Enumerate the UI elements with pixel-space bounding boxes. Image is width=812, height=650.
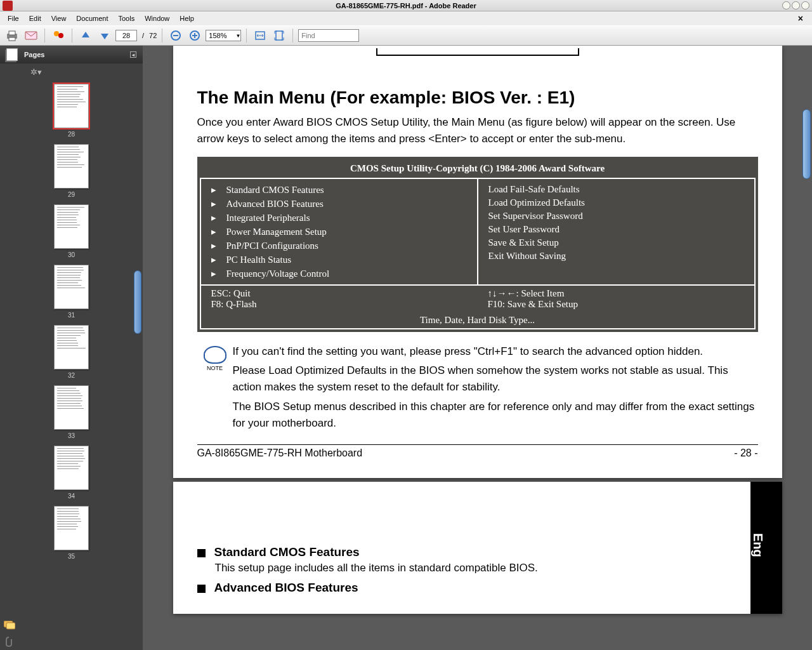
thumbnail-page-31[interactable]: 31 [0,265,143,319]
svg-rect-1 [9,31,15,35]
svg-rect-14 [6,623,15,629]
note-paragraph: Please Load Optimized Defaults in the BI… [233,362,758,396]
collaborate-button[interactable] [50,28,67,43]
menu-help[interactable]: Help [174,13,199,23]
toolbar: / 72 158%▼ [0,25,812,46]
bios-menu-item: ▸Frequency/Voltage Control [211,267,467,281]
bios-right-column: Load Fail-Safe DefaultsLoad Optimized De… [478,179,754,284]
page-total: 72 [149,32,157,39]
maximize-button[interactable] [792,1,800,10]
thumbnail-page-32[interactable]: 32 [0,325,143,379]
pages-panel-title: Pages [24,51,44,58]
document-view[interactable]: ↑↓:Move Enter :Accept ESC:Exit The Main … [143,46,812,650]
app-icon [3,1,13,11]
menu-view[interactable]: View [46,13,72,23]
bios-esc: ESC: Quit [211,288,468,299]
bios-f8: F8: Q-Flash [211,299,468,310]
bios-table-title: CMOS Setup Utility-Copyright (C) 1984-20… [200,159,756,178]
svg-point-5 [58,33,63,38]
section-paragraph: This setup page includes all the items i… [215,562,758,574]
thumbnail-label: 29 [68,191,75,198]
menubar: File Edit View Document Tools Window Hel… [0,11,812,25]
zoom-in-button[interactable] [187,28,203,43]
window-controls [782,1,809,10]
window-title: GA-81865GME-775-RH.pdf - Adobe Reader [336,2,476,10]
bios-menu-item: Set User Password [488,223,744,236]
bios-select: ↑↓→←: Select Item [488,288,744,299]
bullet-icon [197,585,206,593]
thumbnail-page-30[interactable]: 30 [0,204,143,258]
page-up-button[interactable] [77,28,94,43]
thumbnail-page-34[interactable]: 34 [0,446,143,500]
footer-page-number: - 28 - [734,448,757,459]
note-paragraph: If you can't find the setting you want, … [233,343,758,360]
email-button[interactable] [23,28,39,43]
pages-panel: Pages ◂ ✲▾ 2829303132333435 [0,46,143,650]
comments-icon[interactable] [4,621,15,631]
thumbnail-label: 30 [68,251,75,258]
menu-tools[interactable]: Tools [114,13,140,23]
language-label: Eng [750,533,765,557]
collapse-panel-button[interactable]: ◂ [130,51,136,58]
thumbnail-label: 33 [68,432,75,439]
document-close-icon[interactable]: × [793,12,808,25]
fit-page-button[interactable] [271,28,287,43]
zoom-select[interactable]: 158%▼ [206,30,241,41]
bios-menu-item: ▸PnP/PCI Configurations [211,239,467,253]
thumbnail-page-29[interactable]: 29 [0,144,143,198]
bios-menu-item: ▸Advanced BIOS Features [211,197,467,211]
find-input[interactable] [298,29,359,42]
menu-window[interactable]: Window [140,13,174,23]
thumbnail-label: 35 [68,553,75,560]
page-down-button[interactable] [96,28,113,43]
note-label: NOTE [197,365,233,371]
section-heading: The Main Menu (For example: BIOS Ver. : … [197,88,758,108]
bios-menu-item: ▸Integrated Peripherals [211,211,467,225]
thumbnail-page-28[interactable]: 28 [0,84,143,138]
page-number-input[interactable] [115,30,137,41]
thumbnail-label: 34 [68,493,75,500]
menu-document[interactable]: Document [71,13,113,23]
fit-width-button[interactable] [252,28,268,43]
thumbnail-label: 32 [68,372,75,379]
bios-menu-item: Set Supervisor Password [488,209,744,223]
thumbnail-page-35[interactable]: 35 [0,506,143,560]
section-title: Standard CMOS Features [214,545,360,559]
bios-f10: F10: Save & Exit Setup [488,299,744,310]
toolbar-separator [44,29,45,43]
toolbar-separator [72,29,72,43]
pdf-page-29: Eng Standard CMOS Features This setup pa… [173,482,782,614]
legend-box [376,48,579,56]
zoom-out-button[interactable] [167,28,184,43]
bios-menu-item: Save & Exit Setup [488,236,744,249]
window-titlebar: GA-81865GME-775-RH.pdf - Adobe Reader [0,0,812,11]
bios-menu-item: ▸Standard CMOS Features [211,183,467,197]
note-paragraph: The BIOS Setup menus described in this c… [233,399,758,432]
thumbnail-page-33[interactable]: 33 [0,385,143,439]
zoom-value: 158% [209,32,226,39]
pages-options[interactable]: ✲▾ [0,63,143,80]
intro-paragraph: Once you enter Award BIOS CMOS Setup Uti… [197,114,758,148]
bios-menu-item: Load Fail-Safe Defaults [488,183,744,196]
section-heading: Advanced BIOS Features [197,581,758,595]
gear-icon: ✲▾ [30,67,42,77]
page-separator: / [142,32,144,39]
sidebar-scrollbar-thumb[interactable] [134,270,141,334]
bios-hint: Time, Date, Hard Disk Type... [201,312,754,328]
main-scrollbar-thumb[interactable] [802,109,811,179]
bios-menu-item: Exit Without Saving [488,249,744,263]
minimize-button[interactable] [782,1,790,10]
close-button[interactable] [801,1,809,10]
bios-left-column: ▸Standard CMOS Features▸Advanced BIOS Fe… [201,179,478,284]
svg-rect-12 [276,31,282,40]
bios-menu-item: ▸PC Health Status [211,253,467,267]
menu-edit[interactable]: Edit [24,13,46,23]
menu-file[interactable]: File [3,13,24,23]
print-button[interactable] [4,28,20,43]
note-text: If you can't find the setting you want, … [233,343,758,432]
toolbar-separator [292,29,293,43]
note-icon: NOTE [197,343,233,432]
attachments-icon[interactable] [4,636,15,646]
pages-icon [6,48,18,61]
thumbnail-list[interactable]: 2829303132333435 [0,80,143,650]
